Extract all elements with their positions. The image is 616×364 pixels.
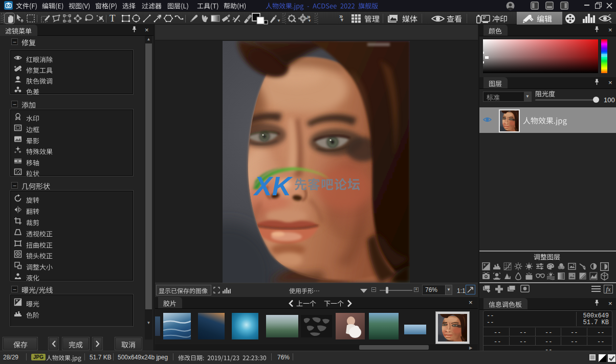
svg-text:XK: XK (253, 171, 293, 201)
